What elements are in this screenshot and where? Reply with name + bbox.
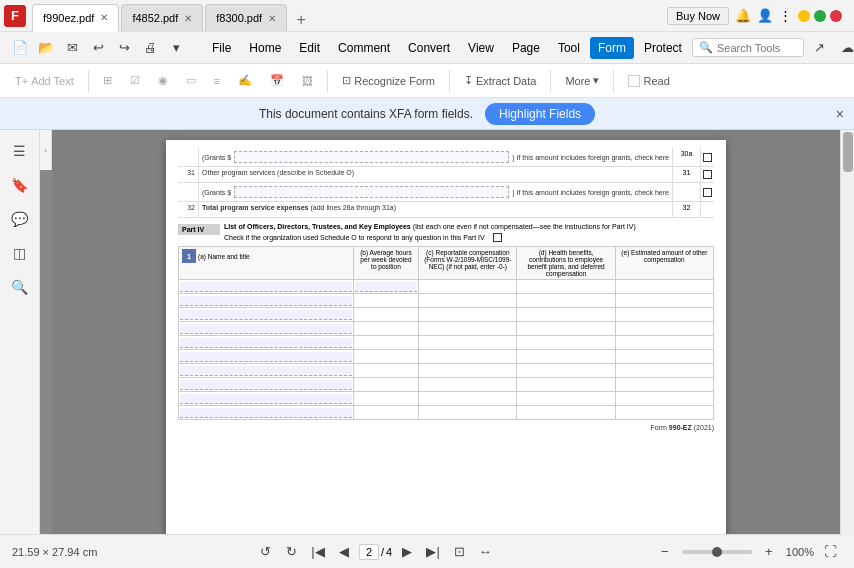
hours-cell[interactable]	[353, 280, 419, 294]
benefits-cell[interactable]	[517, 392, 615, 406]
menu-home[interactable]: Home	[241, 37, 289, 59]
hours-cell[interactable]	[353, 406, 419, 420]
benefits-cell[interactable]	[517, 294, 615, 308]
name-cell[interactable]	[179, 406, 354, 420]
hours-cell[interactable]	[353, 350, 419, 364]
name-cell[interactable]	[179, 350, 354, 364]
more-button[interactable]: More ▾	[558, 71, 606, 90]
menu-comment[interactable]: Comment	[330, 37, 398, 59]
other-cell[interactable]	[615, 406, 713, 420]
zoom-out-button[interactable]: −	[654, 541, 676, 563]
img-icon[interactable]: 🖼	[295, 72, 320, 90]
rotate-right-button[interactable]: ↻	[281, 541, 303, 563]
benefits-cell[interactable]	[517, 322, 615, 336]
comp-cell[interactable]	[419, 392, 517, 406]
comp-cell[interactable]	[419, 308, 517, 322]
read-checkbox[interactable]: Read	[621, 72, 676, 90]
sidebar-layers-icon[interactable]: ◫	[5, 238, 35, 268]
benefits-cell[interactable]	[517, 406, 615, 420]
circle-icon[interactable]: ◉	[151, 71, 175, 90]
checkbox-31[interactable]	[700, 167, 714, 182]
other-cell[interactable]	[615, 336, 713, 350]
comp-cell[interactable]	[419, 322, 517, 336]
undo-icon[interactable]: ↩	[86, 36, 110, 60]
next-page-button[interactable]: ▶	[396, 541, 418, 563]
menu-convert[interactable]: Convert	[400, 37, 458, 59]
name-cell[interactable]	[179, 364, 354, 378]
list-icon[interactable]: ≡	[207, 72, 227, 90]
comp-cell[interactable]	[419, 350, 517, 364]
zoom-in-button[interactable]: +	[758, 541, 780, 563]
other-cell[interactable]	[615, 308, 713, 322]
hours-cell[interactable]	[353, 322, 419, 336]
name-cell[interactable]	[179, 280, 354, 294]
cloud-icon[interactable]: ☁	[836, 36, 854, 60]
highlight-fields-button[interactable]: Highlight Fields	[485, 103, 595, 125]
print-icon[interactable]: 🖨	[138, 36, 162, 60]
name-cell[interactable]	[179, 308, 354, 322]
menu-protect[interactable]: Protect	[636, 37, 690, 59]
name-cell[interactable]	[179, 392, 354, 406]
sidebar-comments-icon[interactable]: 💬	[5, 204, 35, 234]
other-cell[interactable]	[615, 280, 713, 294]
other-cell[interactable]	[615, 322, 713, 336]
menu-form[interactable]: Form	[590, 37, 634, 59]
grants-input-31a[interactable]	[234, 186, 509, 198]
notification-icon[interactable]: 🔔	[735, 8, 751, 23]
align-icon[interactable]: ⊞	[96, 71, 119, 90]
zoom-slider[interactable]	[682, 550, 752, 554]
add-text-button[interactable]: T+ Add Text	[8, 72, 81, 90]
last-page-button[interactable]: ▶|	[422, 541, 444, 563]
user-icon[interactable]: 👤	[757, 8, 773, 23]
comp-cell[interactable]	[419, 294, 517, 308]
other-cell[interactable]	[615, 392, 713, 406]
other-cell[interactable]	[615, 364, 713, 378]
combo-icon[interactable]: ▭	[179, 71, 203, 90]
comp-cell[interactable]	[419, 336, 517, 350]
tab-f990ez[interactable]: f990ez.pdf ✕	[32, 4, 119, 32]
name-cell[interactable]	[179, 378, 354, 392]
minimize-button[interactable]	[798, 10, 810, 22]
part-iv-checkbox[interactable]	[493, 233, 502, 242]
comp-cell[interactable]	[419, 378, 517, 392]
sidebar-search-icon[interactable]: 🔍	[5, 272, 35, 302]
menu-tool[interactable]: Tool	[550, 37, 588, 59]
hours-cell[interactable]	[353, 364, 419, 378]
hours-cell[interactable]	[353, 308, 419, 322]
first-page-button[interactable]: |◀	[307, 541, 329, 563]
right-scrollbar[interactable]	[840, 130, 854, 534]
maximize-button[interactable]	[814, 10, 826, 22]
menu-edit[interactable]: Edit	[291, 37, 328, 59]
menu-file[interactable]: File	[204, 37, 239, 59]
hours-cell[interactable]	[353, 392, 419, 406]
other-cell[interactable]	[615, 350, 713, 364]
prev-page-button[interactable]: ◀	[333, 541, 355, 563]
comp-cell[interactable]	[419, 406, 517, 420]
menu-dots-icon[interactable]: ⋮	[779, 8, 792, 23]
redo-icon[interactable]: ↪	[112, 36, 136, 60]
comp-cell[interactable]	[419, 280, 517, 294]
comp-cell[interactable]	[419, 364, 517, 378]
close-button[interactable]	[830, 10, 842, 22]
sidebar-bookmarks-icon[interactable]: 🔖	[5, 170, 35, 200]
fit-width-button[interactable]: ↔	[474, 541, 496, 563]
date-icon[interactable]: 📅	[263, 71, 291, 90]
fullscreen-button[interactable]: ⛶	[820, 541, 842, 563]
benefits-cell[interactable]	[517, 280, 615, 294]
pdf-viewer[interactable]: (Grants $ ) If this amount includes fore…	[52, 130, 840, 534]
hours-cell[interactable]	[353, 378, 419, 392]
zoom-thumb[interactable]	[712, 547, 722, 557]
buy-now-button[interactable]: Buy Now	[667, 7, 729, 25]
extract-data-button[interactable]: ↧ Extract Data	[457, 71, 544, 90]
search-input[interactable]	[717, 42, 797, 54]
sidebar-expand-button[interactable]: ›	[40, 130, 52, 170]
tab-f4852[interactable]: f4852.pdf ✕	[121, 4, 203, 32]
check-icon[interactable]: ☑	[123, 71, 147, 90]
close-tab-icon[interactable]: ✕	[184, 13, 192, 24]
dropdown-icon[interactable]: ▾	[164, 36, 188, 60]
close-tab-icon[interactable]: ✕	[100, 12, 108, 23]
email-icon[interactable]: ✉	[60, 36, 84, 60]
fit-page-button[interactable]: ⊡	[448, 541, 470, 563]
scroll-thumb[interactable]	[843, 132, 853, 172]
name-cell[interactable]	[179, 294, 354, 308]
